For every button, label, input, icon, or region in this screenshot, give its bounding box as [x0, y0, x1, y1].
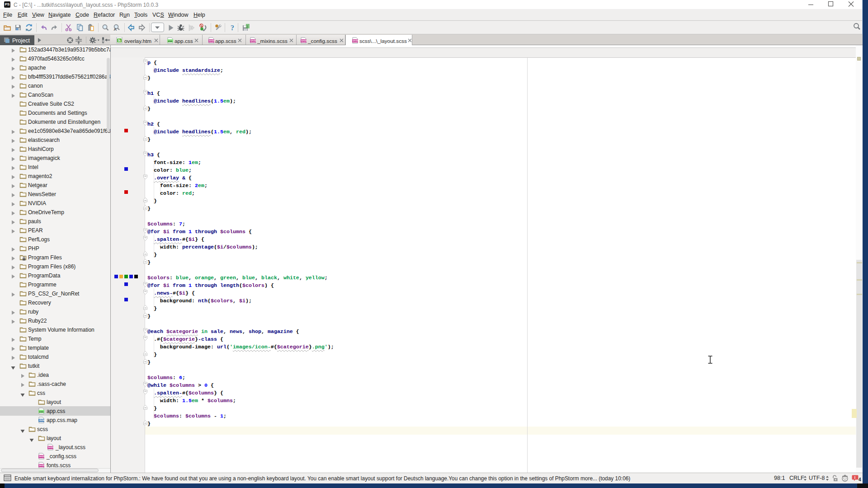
svg-text:SASS: SASS — [48, 446, 54, 449]
svg-text:css: css — [39, 410, 44, 413]
svg-text:SASS: SASS — [39, 455, 45, 458]
svg-text:SASS: SASS — [250, 40, 256, 42]
svg-text:?: ? — [231, 24, 234, 32]
svg-text:h: h — [118, 38, 121, 43]
svg-text:SASS: SASS — [39, 465, 45, 467]
svg-text:SASS: SASS — [301, 40, 307, 42]
svg-text:SASS: SASS — [353, 40, 359, 42]
svg-text:SASS: SASS — [209, 40, 215, 42]
svg-text:css: css — [168, 40, 173, 42]
svg-text:!: ! — [854, 475, 856, 480]
svg-text:JSON: JSON — [39, 419, 44, 422]
svg-text:A: A — [114, 27, 117, 32]
